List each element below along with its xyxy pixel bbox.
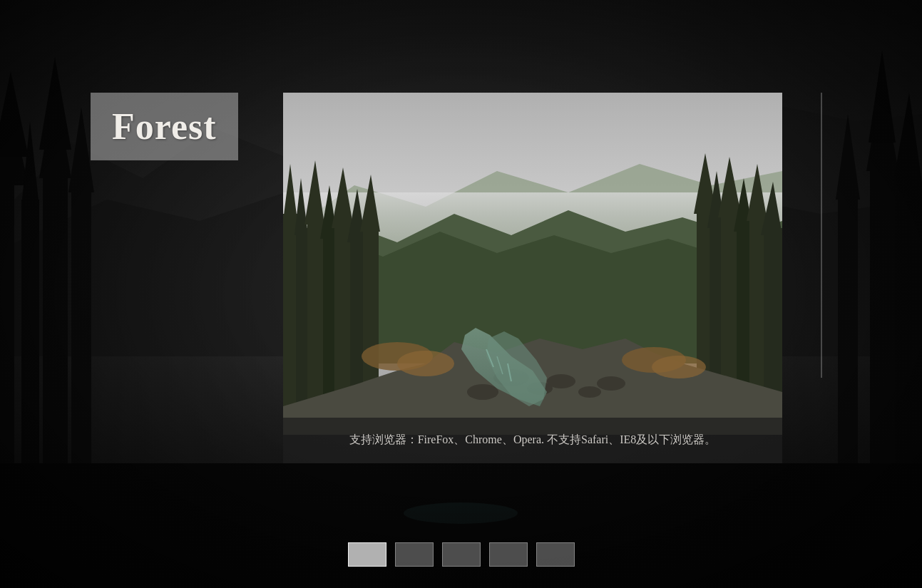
- vertical-accent-line: [821, 93, 822, 378]
- page-title: Forest: [112, 105, 217, 148]
- main-image-card: [283, 93, 782, 435]
- svg-point-67: [397, 351, 454, 376]
- thumbnail-2[interactable]: [395, 542, 434, 567]
- thumbnail-strip: [0, 542, 922, 567]
- card-container: Forest: [126, 93, 796, 463]
- svg-point-60: [597, 376, 625, 391]
- svg-rect-28: [283, 214, 297, 435]
- svg-point-57: [547, 374, 575, 388]
- thumbnail-1[interactable]: [348, 542, 386, 567]
- thumbnail-4[interactable]: [489, 542, 528, 567]
- caption-overlay: 支持浏览器：FireFox、Chrome、Opera. 不支持Safari、IE…: [283, 418, 782, 463]
- svg-point-69: [652, 356, 706, 378]
- caption-text: 支持浏览器：FireFox、Chrome、Opera. 不支持Safari、IE…: [300, 430, 765, 449]
- thumbnail-5[interactable]: [536, 542, 575, 567]
- thumbnail-3[interactable]: [442, 542, 481, 567]
- svg-point-58: [467, 384, 498, 400]
- svg-point-59: [578, 386, 601, 398]
- title-label: Forest: [91, 93, 238, 160]
